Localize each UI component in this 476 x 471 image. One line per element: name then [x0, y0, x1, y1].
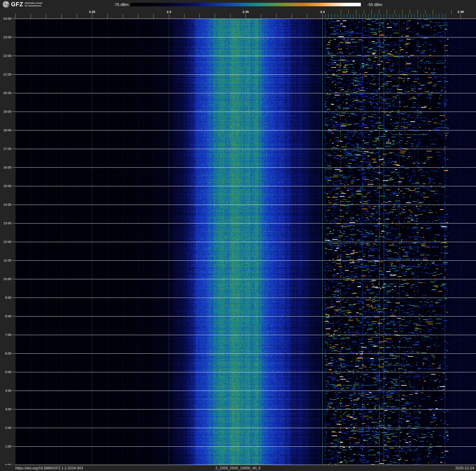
ble-channel-tick	[387, 14, 387, 18]
time-tick-label: 14:00	[0, 203, 11, 206]
wifi-channel-tick	[341, 10, 341, 14]
ble-channel-tick	[433, 14, 433, 18]
time-tick	[12, 111, 16, 112]
time-tick	[12, 409, 16, 409]
freq-minor-tick	[276, 14, 276, 18]
freq-minor-tick	[46, 14, 46, 18]
ble-channel-tick	[418, 14, 418, 18]
time-tick-label: 15:00	[0, 184, 11, 188]
ble-channel-tick	[436, 14, 436, 18]
ble-channel-tick	[365, 14, 366, 18]
dataset-name: 2_2200_2500_10000_40_0	[0, 465, 476, 471]
time-tick	[12, 74, 16, 74]
time-tick	[12, 335, 16, 335]
wifi-channel-tick	[433, 10, 433, 14]
wifi-channel-tick	[394, 10, 395, 14]
wifi-channel-tick	[410, 10, 410, 14]
time-tick-label: 18:00	[0, 128, 11, 132]
wifi-channel-tick	[379, 10, 379, 14]
time-tick	[12, 37, 16, 37]
time-tick-label: 16:00	[0, 165, 11, 169]
time-tick	[12, 223, 16, 223]
time-tick	[12, 260, 16, 261]
time-tick-label: 21:00	[0, 72, 11, 76]
time-tick-label: 22:00	[0, 54, 11, 58]
freq-minor-tick	[92, 14, 92, 18]
colorbar-max-label: -55 dBm	[367, 2, 382, 7]
freq-minor-tick	[15, 14, 16, 18]
ble-channel-tick	[411, 14, 412, 18]
time-tick-label: 7:00	[0, 333, 11, 337]
time-tick	[12, 93, 16, 93]
ble-channel-tick	[408, 14, 408, 18]
ble-channel-tick	[359, 14, 359, 18]
wifi-channel-tick	[418, 10, 418, 14]
freq-minor-tick	[184, 14, 184, 18]
time-tick-label: 10:00	[0, 277, 11, 281]
time-tick	[12, 130, 16, 130]
time-tick	[12, 149, 16, 149]
freq-minor-tick	[246, 14, 246, 18]
time-tick	[12, 316, 16, 316]
freq-minor-tick	[230, 14, 230, 18]
time-tick	[12, 372, 16, 372]
freq-minor-tick	[77, 14, 77, 18]
ble-channel-tick	[445, 14, 445, 18]
freq-minor-tick	[153, 14, 154, 18]
ble-channel-tick	[414, 14, 415, 18]
time-tick-label: 2:00	[0, 426, 11, 430]
freq-tick-label: 2.3	[167, 10, 171, 14]
wifi-channel-tick	[402, 10, 402, 14]
time-tick	[12, 18, 16, 19]
wifi-channel-tick	[348, 10, 349, 14]
time-tick-label: 4:00	[0, 389, 11, 392]
time-tick-label: 20:00	[0, 91, 11, 95]
colorbar-min-label: -75 dBm	[0, 2, 129, 7]
ble-channel-tick	[362, 14, 362, 18]
ble-channel-tick	[335, 14, 335, 18]
ble-channel-tick	[439, 14, 439, 18]
ble-channel-tick	[325, 14, 326, 18]
colorbar	[131, 3, 361, 6]
ble-channel-tick	[399, 14, 399, 18]
ble-channel-tick	[344, 14, 344, 18]
freq-minor-tick	[107, 14, 108, 18]
ble-channel-tick	[393, 14, 393, 18]
time-tick-label: 12:00	[0, 240, 11, 244]
freq-minor-tick	[61, 14, 62, 18]
ble-channel-tick	[442, 14, 442, 18]
wifi-channel-tick	[451, 10, 452, 14]
time-tick	[12, 446, 16, 447]
ble-channel-tick	[347, 14, 347, 18]
ble-channel-tick	[378, 14, 378, 18]
freq-tick-label: 2.49	[458, 10, 464, 14]
ble-channel-tick	[356, 14, 357, 18]
ble-channel-tick	[381, 14, 381, 18]
spectrogram-page: GFZ Helmholtz Centre for Geosciences -75…	[0, 0, 476, 471]
ble-channel-tick	[421, 14, 421, 18]
time-tick-label: 6:00	[0, 352, 11, 355]
freq-minor-tick	[292, 14, 292, 18]
ble-channel-tick	[427, 14, 427, 18]
ble-channel-tick	[430, 14, 430, 18]
date-label: 2025-12-24	[455, 465, 474, 471]
time-tick-label: 23:00	[0, 35, 11, 39]
time-tick	[12, 279, 16, 279]
ble-channel-tick	[402, 14, 402, 18]
freq-minor-tick	[123, 14, 123, 18]
wifi-channel-tick	[425, 10, 425, 14]
wifi-channel-tick	[372, 10, 372, 14]
time-tick-label: 19:00	[0, 110, 11, 113]
freq-minor-tick	[322, 14, 323, 18]
time-tick-label: 1:00	[0, 445, 11, 448]
ble-channel-tick	[350, 14, 350, 18]
spectrogram-canvas	[15, 18, 476, 465]
ble-channel-tick	[424, 14, 424, 18]
ble-channel-tick	[396, 14, 396, 18]
time-tick	[12, 353, 16, 354]
footer-bar: https://doi.org/10.5880/GFZ.1.2.2024.003…	[0, 465, 476, 471]
wifi-channel-tick	[356, 10, 357, 14]
freq-minor-tick	[261, 14, 261, 18]
ble-channel-tick	[353, 14, 353, 18]
freq-minor-tick	[31, 14, 31, 18]
